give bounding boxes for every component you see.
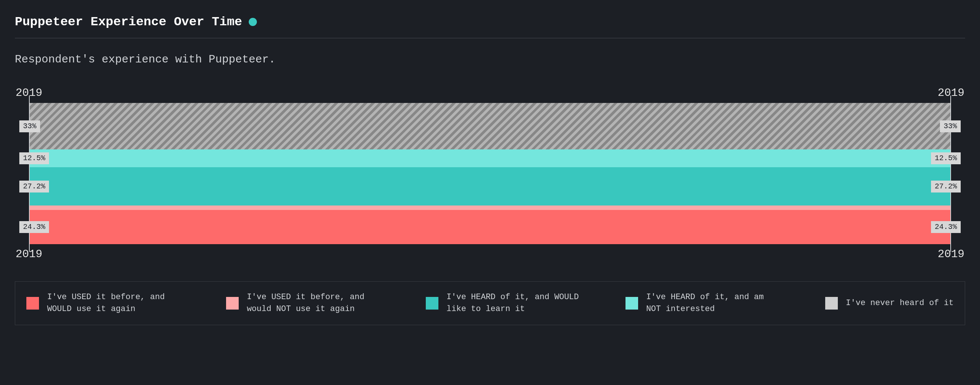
legend: I've USED it before, and WOULD use it ag… bbox=[15, 281, 965, 325]
legend-swatch-never bbox=[825, 297, 838, 310]
tick-bottom-right bbox=[950, 244, 951, 252]
legend-item-never[interactable]: I've never heard of it bbox=[825, 297, 954, 310]
value-label-right-used_would: 24.3% bbox=[931, 221, 961, 233]
value-label-right-heard_would: 27.2% bbox=[931, 181, 961, 193]
tick-bottom-left bbox=[29, 244, 30, 252]
axis-top: 2019 2019 bbox=[15, 86, 965, 99]
legend-label-never: I've never heard of it bbox=[846, 297, 954, 309]
divider bbox=[15, 38, 965, 38]
legend-swatch-used_not bbox=[226, 297, 239, 310]
legend-item-used_would[interactable]: I've USED it before, and WOULD use it ag… bbox=[26, 291, 211, 315]
legend-label-heard_not: I've HEARD of it, and am NOT interested bbox=[646, 291, 780, 315]
chart-title: Puppeteer Experience Over Time bbox=[15, 15, 242, 29]
legend-swatch-heard_not bbox=[625, 297, 638, 310]
legend-swatch-used_would bbox=[26, 297, 39, 310]
value-label-right-heard_not: 12.5% bbox=[931, 152, 961, 164]
band-never bbox=[30, 103, 950, 149]
legend-item-heard_not[interactable]: I've HEARD of it, and am NOT interested bbox=[625, 291, 810, 315]
axis-bottom: 2019 2019 bbox=[15, 248, 965, 260]
band-heard_would bbox=[30, 167, 950, 206]
chart: 2019 2019 33%33%12.5%12.5%27.2%27.2%24.3… bbox=[15, 86, 965, 260]
value-label-left-heard_would: 27.2% bbox=[19, 181, 49, 193]
legend-label-used_not: I've USED it before, and would NOT use i… bbox=[247, 291, 380, 315]
value-label-right-never: 33% bbox=[940, 120, 961, 132]
chart-subtitle: Respondent's experience with Puppeteer. bbox=[15, 53, 965, 66]
value-label-left-used_would: 24.3% bbox=[19, 221, 49, 233]
legend-swatch-heard_would bbox=[426, 297, 438, 310]
legend-item-heard_would[interactable]: I've HEARD of it, and WOULD like to lear… bbox=[426, 291, 611, 315]
legend-item-used_not[interactable]: I've USED it before, and would NOT use i… bbox=[226, 291, 411, 315]
value-label-left-heard_not: 12.5% bbox=[19, 152, 49, 164]
legend-label-heard_would: I've HEARD of it, and WOULD like to lear… bbox=[447, 291, 580, 315]
value-label-left-never: 33% bbox=[19, 120, 40, 132]
chart-header: Puppeteer Experience Over Time bbox=[15, 15, 965, 29]
band-used_would bbox=[30, 210, 950, 244]
legend-label-used_would: I've USED it before, and WOULD use it ag… bbox=[47, 291, 181, 315]
title-dot-icon bbox=[249, 18, 257, 26]
band-used_not bbox=[30, 206, 950, 209]
band-heard_not bbox=[30, 149, 950, 167]
plot-area: 33%33%12.5%12.5%27.2%27.2%24.3%24.3% bbox=[29, 103, 951, 244]
